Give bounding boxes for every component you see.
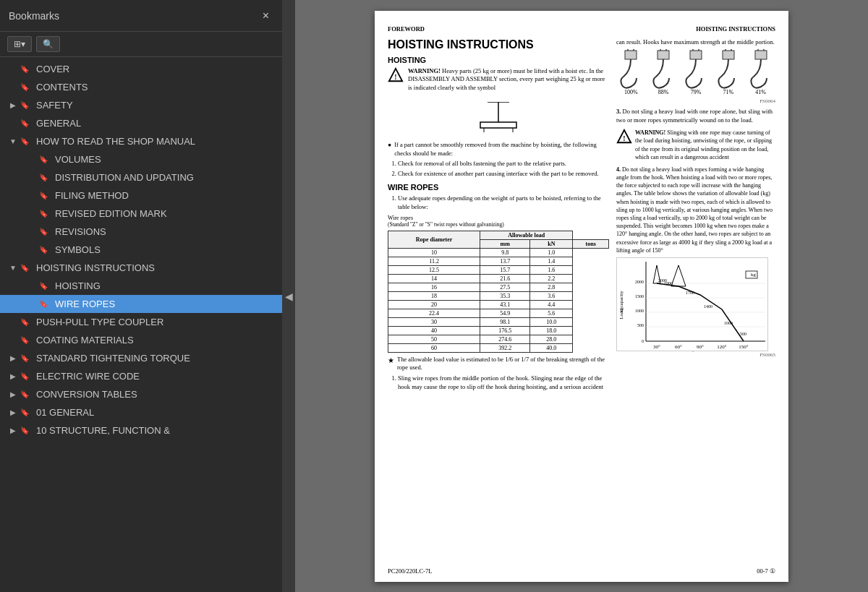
point-3: 3. Do not sling a heavy load with one ro… xyxy=(616,108,775,125)
col-allowable-load: Allowable load xyxy=(480,231,573,239)
sidebar-item-01-general[interactable]: ▶🔖01 GENERAL xyxy=(0,403,282,421)
bookmark-icon-01-general: 🔖 xyxy=(20,408,32,416)
right-column: can result. Hooks have maximum strength … xyxy=(616,38,775,395)
load-chart: Load capacity kg 30° 60° 90° 120° 150° L… xyxy=(616,257,768,351)
sidebar-item-10-structure[interactable]: ▶🔖10 STRUCTURE, FUNCTION & xyxy=(0,421,282,439)
sidebar-item-label-electric-wire: ELECTRIC WIRE CODE xyxy=(36,371,275,382)
sidebar: Bookmarks × ⊞▾ 🔍 🔖COVER🔖CONTENTS▶🔖SAFETY… xyxy=(0,0,282,592)
sidebar-item-label-push-pull: PUSH-PULL TYPE COUPLER xyxy=(36,317,275,327)
sidebar-item-hoisting-instructions[interactable]: ▼🔖HOISTING INSTRUCTIONS xyxy=(0,259,282,277)
bookmarks-list: 🔖COVER🔖CONTENTS▶🔖SAFETY🔖GENERAL▼🔖HOW TO … xyxy=(0,57,282,592)
sling-notes: Sling wire ropes from the middle portion… xyxy=(388,374,609,392)
toggle-icon-hoisting-instructions: ▼ xyxy=(7,264,19,272)
view-toggle-button[interactable]: ⊞▾ xyxy=(7,36,32,52)
hook-pct-4: 71% xyxy=(723,89,733,95)
sidebar-item-label-distribution: DISTRIBUTION AND UPDATING xyxy=(55,172,275,183)
sidebar-item-std-tightening[interactable]: ▶🔖STANDARD TIGHTENING TORQUE xyxy=(0,349,282,367)
sling-note-2: Sling wire ropes from the middle portion… xyxy=(398,374,609,392)
star-notes: ★ The allowable load value is estimated … xyxy=(388,356,609,392)
bookmark-icon-std-tightening: 🔖 xyxy=(20,354,32,362)
sidebar-item-revised[interactable]: 🔖REVISED EDITION MARK xyxy=(0,205,282,223)
check-item-1: Check for removal of all bolts fastening… xyxy=(398,160,609,168)
svg-text:kg: kg xyxy=(618,307,624,313)
main-content: FOREWORD HOISTING INSTRUCTIONS HOISTING … xyxy=(295,0,868,592)
sidebar-item-distribution[interactable]: 🔖DISTRIBUTION AND UPDATING xyxy=(0,168,282,186)
table-row: 2043.14.4 xyxy=(388,300,609,309)
sidebar-item-how-to-read[interactable]: ▼🔖HOW TO READ THE SHOP MANUAL xyxy=(0,132,282,150)
bookmark-icon-symbols: 🔖 xyxy=(39,246,51,254)
svg-marker-44 xyxy=(671,265,686,286)
svg-text:!: ! xyxy=(394,72,396,80)
table-row: 3098.110.0 xyxy=(388,317,609,326)
warning-label-1: WARNING! xyxy=(408,67,441,74)
svg-text:500: 500 xyxy=(637,323,644,327)
footer-left: PC200/220LC-7L xyxy=(388,567,432,575)
svg-text:90°: 90° xyxy=(697,344,704,350)
hook-pct-5: 41% xyxy=(755,89,766,95)
toggle-icon-safety: ▶ xyxy=(7,101,19,109)
star-note-1: ★ The allowable load value is estimated … xyxy=(388,356,609,373)
sidebar-item-coating[interactable]: 🔖COATING MATERIALS xyxy=(0,331,282,349)
sidebar-item-label-conversion: CONVERSION TABLES xyxy=(36,389,275,400)
col-tons: tons xyxy=(573,239,609,248)
svg-text:30°: 30° xyxy=(653,344,660,350)
sidebar-title: Bookmarks xyxy=(9,10,59,22)
bookmark-icon-push-pull: 🔖 xyxy=(20,318,32,326)
col-kn: kN xyxy=(530,239,573,248)
header-right: HOISTING INSTRUCTIONS xyxy=(696,25,775,33)
toggle-icon-10-structure: ▶ xyxy=(7,426,19,434)
table-row: 1421.62.2 xyxy=(388,274,609,283)
toggle-icon-conversion: ▶ xyxy=(7,390,19,398)
warning-box-1: ! WARNING! Heavy parts (25 kg or more) m… xyxy=(388,67,609,93)
svg-text:60°: 60° xyxy=(675,344,682,350)
warning-triangle-2-icon: ! xyxy=(616,129,632,145)
search-button[interactable]: 🔍 xyxy=(36,36,60,52)
bookmark-icon-safety: 🔖 xyxy=(20,101,32,109)
hook-pct-3: 79% xyxy=(691,89,702,95)
hook-item-1: 100% xyxy=(618,49,644,95)
sidebar-item-contents[interactable]: 🔖CONTENTS xyxy=(0,78,282,96)
point-4: 4. Do not sling a heavy load with ropes … xyxy=(616,166,775,254)
close-button[interactable]: × xyxy=(258,8,273,24)
sidebar-item-label-cover: COVER xyxy=(36,64,275,74)
bookmark-icon-revisions: 🔖 xyxy=(39,228,51,236)
sidebar-item-label-wire-ropes: WIRE ROPES xyxy=(55,299,275,309)
svg-text:2000: 2000 xyxy=(635,280,644,284)
warning-label-2: WARNING! xyxy=(635,129,665,136)
hook-item-2: 88% xyxy=(650,49,676,95)
col-mm: mm xyxy=(480,239,530,248)
bookmark-icon-volumes: 🔖 xyxy=(39,155,51,163)
svg-text:1400: 1400 xyxy=(704,304,712,309)
sidebar-item-electric-wire[interactable]: ▶🔖ELECTRIC WIRE CODE xyxy=(0,367,282,385)
warning-triangle-icon: ! xyxy=(388,67,404,83)
bookmark-icon-coating: 🔖 xyxy=(20,336,32,344)
sidebar-item-label-general: GENERAL xyxy=(36,118,275,129)
sidebar-toolbar: ⊞▾ 🔍 xyxy=(0,32,282,57)
svg-rect-2 xyxy=(480,122,516,128)
bookmark-icon-conversion: 🔖 xyxy=(20,390,32,398)
hook-item-4: 71% xyxy=(715,49,741,95)
hook-images: 100% 88% xyxy=(616,49,775,95)
sidebar-item-symbols[interactable]: 🔖SYMBOLS xyxy=(0,241,282,259)
sidebar-item-general[interactable]: 🔖GENERAL xyxy=(0,114,282,132)
sidebar-item-volumes[interactable]: 🔖VOLUMES xyxy=(0,150,282,168)
table-row: 11.213.71.4 xyxy=(388,257,609,265)
sidebar-item-wire-ropes[interactable]: 🔖WIRE ROPES xyxy=(0,295,282,313)
sidebar-item-hoisting[interactable]: 🔖HOISTING xyxy=(0,277,282,295)
sidebar-item-cover[interactable]: 🔖COVER xyxy=(0,60,282,78)
sidebar-item-push-pull[interactable]: 🔖PUSH-PULL TYPE COUPLER xyxy=(0,313,282,331)
table-row: 60392.240.0 xyxy=(388,343,609,352)
sidebar-item-filing[interactable]: 🔖FILING METHOD xyxy=(0,186,282,205)
sidebar-item-revisions[interactable]: 🔖REVISIONS xyxy=(0,223,282,241)
hook-item-3: 79% xyxy=(683,49,709,95)
sidebar-item-safety[interactable]: ▶🔖SAFETY xyxy=(0,96,282,114)
toggle-icon-std-tightening: ▶ xyxy=(7,354,19,362)
collapse-panel-button[interactable]: ◀ xyxy=(282,0,295,592)
wire-ropes-intro: Use adequate ropes depending on the weig… xyxy=(398,194,609,212)
sidebar-header: Bookmarks × xyxy=(0,0,282,32)
svg-text:1500: 1500 xyxy=(635,294,644,299)
table-subtitle: (Standard "Z" or "S" twist ropes without… xyxy=(388,221,609,228)
svg-rect-16 xyxy=(723,51,734,59)
sidebar-item-conversion[interactable]: ▶🔖CONVERSION TABLES xyxy=(0,385,282,403)
check-item-2: Check for existence of another part caus… xyxy=(398,170,609,179)
